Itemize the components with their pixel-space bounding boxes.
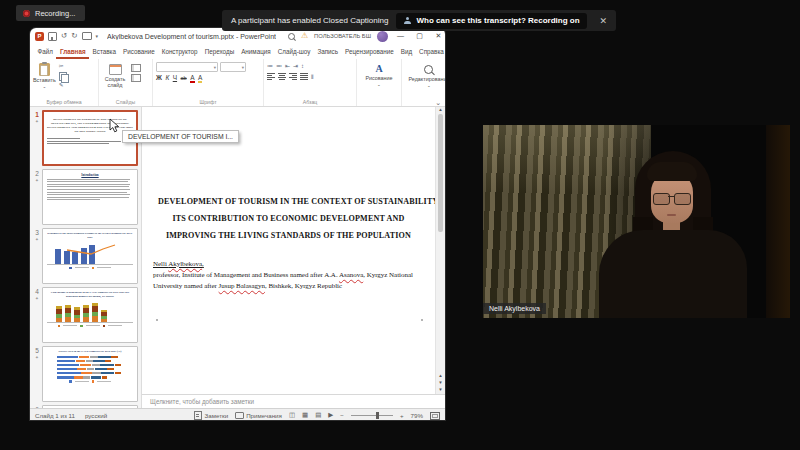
slide-editor[interactable]: DEVELOPMENT OF TOURISM IN THE CONTEXT OF… xyxy=(142,107,445,394)
editing-button[interactable]: Редактирование ⌄ xyxy=(408,63,445,88)
slide-title-placeholder[interactable]: DEVELOPMENT OF TOURISM IN THE CONTEXT OF… xyxy=(158,193,419,244)
tab-help[interactable]: Справка xyxy=(416,44,445,59)
align-left-button[interactable] xyxy=(267,72,275,81)
strikethrough-button[interactable]: ab xyxy=(181,76,187,82)
thumb-5-preview[interactable]: Poverty level in the EAEU countries for … xyxy=(42,346,138,402)
redo-icon[interactable]: ↻ xyxy=(71,32,77,40)
save-icon[interactable] xyxy=(48,32,57,41)
normal-view-button[interactable]: ◫ xyxy=(289,412,295,419)
thumb-3-preview[interactable]: Dynamics of the Gross Domestic Product o… xyxy=(42,228,138,284)
columns-icon[interactable]: ⫴ xyxy=(311,74,314,80)
zoom-slider-thumb[interactable] xyxy=(376,412,379,419)
qat-dropdown-icon[interactable]: ▾ xyxy=(96,33,99,39)
scroll-up-icon[interactable]: ▲ xyxy=(438,107,442,112)
glasses-right-lens xyxy=(674,193,691,205)
indent-decrease-icon[interactable]: ⇤ xyxy=(285,63,290,69)
thumbnail-6[interactable]: 6 ✦ Research Methodology xyxy=(32,405,138,408)
participant-video: Nelli Akylbekova xyxy=(483,125,790,318)
zoom-out-button[interactable]: − xyxy=(340,412,344,419)
tab-review[interactable]: Рецензирование xyxy=(342,44,398,59)
placeholder-handle xyxy=(156,319,158,321)
justify-button[interactable] xyxy=(300,72,308,81)
underline-button[interactable]: Ч xyxy=(173,75,177,82)
tab-file[interactable]: Файл xyxy=(34,44,56,59)
format-painter-icon[interactable]: ✎ xyxy=(59,83,67,89)
tab-insert[interactable]: Вставка xyxy=(89,44,119,59)
account-name[interactable]: ПОЛЬЗОВАТЕЛЬ БШ xyxy=(314,33,371,39)
animation-star-icon: ✦ xyxy=(32,355,42,360)
scroll-down-icon[interactable]: ▼ xyxy=(438,387,442,392)
thumb-5-title: Poverty level in the EAEU countries for … xyxy=(47,350,133,354)
indent-increase-icon[interactable]: ⇥ xyxy=(293,63,298,69)
tab-draw[interactable]: Рисование xyxy=(120,44,159,59)
workspace: 1 ✦ DEVELOPMENT OF TOURISM IN THE CONTEX… xyxy=(30,107,445,408)
tab-slideshow[interactable]: Слайд-шоу xyxy=(274,44,314,59)
fit-to-window-button[interactable] xyxy=(430,412,440,420)
transcript-notice[interactable]: Who can see this transcript? Recording o… xyxy=(396,13,586,29)
tab-design[interactable]: Конструктор xyxy=(158,44,201,59)
italic-button[interactable]: К xyxy=(165,75,169,82)
line-spacing-icon[interactable]: ↕ xyxy=(301,63,304,69)
scrollbar-thumb[interactable] xyxy=(438,114,443,232)
slide-sorter-view-button[interactable]: ▦ xyxy=(302,412,308,419)
align-center-button[interactable] xyxy=(278,72,286,81)
numbering-icon[interactable]: ≕ xyxy=(276,63,282,69)
align-right-button[interactable] xyxy=(289,72,297,81)
thumbnail-2[interactable]: 2 ✦ Introduction xyxy=(32,169,138,225)
slide-author-placeholder[interactable]: Nelli Akylbekova, professor, Institute o… xyxy=(153,259,429,292)
start-slideshow-icon[interactable] xyxy=(82,32,92,40)
highlight-button[interactable]: А xyxy=(198,75,202,83)
drawing-button[interactable]: A Рисование ⌄ xyxy=(365,64,392,87)
zoom-slider[interactable] xyxy=(351,415,393,416)
new-slide-button[interactable]: Создать слайд xyxy=(102,62,128,88)
paste-button[interactable]: Вставить ⌄ xyxy=(33,62,56,89)
layout-icon[interactable] xyxy=(131,64,141,72)
language-indicator[interactable]: русский xyxy=(85,412,107,419)
thumb-6-preview[interactable]: Research Methodology xyxy=(42,405,138,408)
thumb-1-number: 1 xyxy=(35,111,39,118)
cc-notification-text: A participant has enabled Closed Caption… xyxy=(231,16,388,25)
new-slide-icon xyxy=(109,64,122,75)
thumbnail-5[interactable]: 5 ✦ Poverty level in the EAEU countries … xyxy=(32,346,138,402)
comments-toggle[interactable]: Примечания xyxy=(235,412,282,419)
bullets-icon[interactable]: ≔ xyxy=(267,63,273,69)
undo-icon[interactable]: ↺ xyxy=(61,32,67,40)
account-avatar[interactable] xyxy=(377,31,388,42)
font-size-select[interactable]: ▾ xyxy=(220,62,246,72)
thumb-4-preview[interactable]: Cash income of households in the EAEU co… xyxy=(42,287,138,343)
font-color-button[interactable]: А xyxy=(190,75,194,83)
powerpoint-logo-icon[interactable]: P xyxy=(35,32,44,41)
tab-home[interactable]: Главная xyxy=(56,44,89,59)
animation-star-icon: ✦ xyxy=(32,119,42,124)
participant-mouth xyxy=(667,214,676,216)
zoom-level[interactable]: 79% xyxy=(411,412,423,419)
collapse-ribbon-icon[interactable]: ⌄ xyxy=(435,99,441,106)
tab-view[interactable]: Вид xyxy=(397,44,415,59)
placeholder-handle xyxy=(421,319,423,321)
search-icon[interactable] xyxy=(288,33,295,40)
notes-pane[interactable]: Щелкните, чтобы добавить заметки xyxy=(142,394,445,408)
notification-close-icon[interactable]: ✕ xyxy=(600,16,608,26)
font-name-select[interactable]: ▾ xyxy=(156,62,218,72)
thumbnail-3[interactable]: 3 ✦ Dynamics of the Gross Domestic Produ… xyxy=(32,228,138,284)
notes-toggle[interactable]: Заметки xyxy=(194,411,228,420)
reading-view-button[interactable]: ▤ xyxy=(315,412,321,419)
previous-slide-icon[interactable]: ▲ xyxy=(438,373,442,378)
tab-record[interactable]: Запись xyxy=(314,44,342,59)
copy-icon[interactable] xyxy=(59,72,67,81)
quick-access-toolbar: P ↺ ↻ ▾ xyxy=(35,32,98,41)
next-slide-icon[interactable]: ▼ xyxy=(438,380,442,385)
cut-icon[interactable]: ✂ xyxy=(59,64,67,70)
tab-transitions[interactable]: Переходы xyxy=(201,44,238,59)
tab-animations[interactable]: Анимация xyxy=(238,44,275,59)
zoom-in-button[interactable]: + xyxy=(400,412,404,419)
cc-notification-banner: A participant has enabled Closed Caption… xyxy=(222,10,616,31)
thumbnail-4[interactable]: 4 ✦ Cash income of households in the EAE… xyxy=(32,287,138,343)
reset-icon[interactable] xyxy=(131,74,141,82)
thumb-2-title: Introduction xyxy=(47,173,133,177)
bold-button[interactable]: Ж xyxy=(156,75,162,82)
thumb-2-preview[interactable]: Introduction xyxy=(42,169,138,225)
warning-icon[interactable]: ⚠ xyxy=(301,32,308,40)
vertical-scrollbar[interactable]: ▲ ▲ ▼ ▼ xyxy=(435,107,445,394)
slideshow-view-button[interactable]: ▶ xyxy=(328,412,333,419)
